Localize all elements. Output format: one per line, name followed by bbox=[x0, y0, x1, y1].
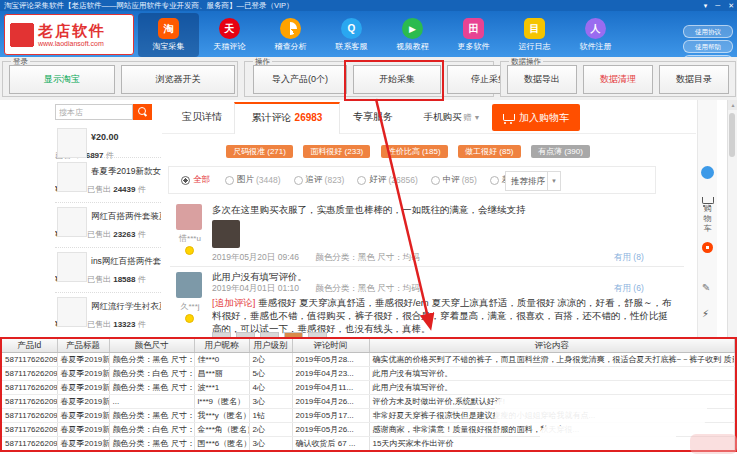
nav-item[interactable]: ▶ 视频教程 bbox=[382, 13, 443, 57]
tab-reviews[interactable]: 累计评论26983 bbox=[234, 102, 340, 134]
table-header-cell[interactable]: 产品Id bbox=[2, 339, 57, 353]
table-row[interactable]: 587117626209 春夏季2019新... 颜色分类：白色 尺寸：均码..… bbox=[2, 367, 735, 381]
table-row[interactable]: 587117626209 春夏季2019新... 颜色分类：黑色 尺寸：均码..… bbox=[2, 353, 735, 367]
minimize-icon[interactable]: ─ bbox=[715, 2, 720, 9]
product-list-item[interactable]: 网红百搭两件套装夏 ¥24.00 已售出 23263 件 bbox=[55, 203, 161, 248]
browser-toggle-button[interactable]: 浏览器开关 bbox=[121, 65, 235, 94]
nav-item[interactable]: 稽查分析 bbox=[260, 13, 321, 57]
product-list-item[interactable]: ins网红百搭两件套装 ¥10.00 已售出 18588 件 bbox=[55, 248, 161, 293]
product-price: ¥20.00 bbox=[91, 132, 119, 142]
product-list: ¥20.00 已售出 36897 件 春夏季2019新款女装 ¥27.00 已售… bbox=[55, 124, 161, 337]
table-header-cell[interactable]: 用户级别 bbox=[249, 339, 292, 353]
cell-user-nick: 昌***丽 bbox=[194, 367, 249, 381]
product-list-item[interactable]: ¥20.00 已售出 36897 件 bbox=[55, 124, 161, 158]
review-text: 多次在这里购买衣服了，实惠质量也棒棒的，一如既往的满意，会继续支持 bbox=[212, 203, 612, 216]
nav-item[interactable]: 天 天猫评论 bbox=[199, 13, 260, 57]
logo-name: 老店软件 bbox=[38, 22, 106, 39]
product-list-item[interactable]: 网红流行学生衬衣夏 ¥32.00 已售出 13323 件 bbox=[55, 293, 161, 337]
tab-phone-buy[interactable]: 手机购买赠▼ bbox=[414, 102, 490, 132]
avatar bbox=[176, 204, 202, 230]
nav-label: 视频教程 bbox=[397, 41, 429, 52]
cell-product-id: 587117626209 bbox=[2, 395, 57, 409]
review-filter-radio[interactable]: 图片 (3448) bbox=[225, 174, 281, 186]
review-tag[interactable]: 性价比高 (185) bbox=[381, 145, 448, 158]
tab-item-detail[interactable]: 宝贝详情 bbox=[172, 102, 232, 132]
review-tag[interactable]: 有点薄 (390) bbox=[531, 145, 590, 158]
cart-rail-label[interactable]: 购物车 bbox=[698, 204, 717, 234]
product-list-item[interactable]: 春夏季2019新款女装 ¥27.00 已售出 24439 件 bbox=[55, 158, 161, 203]
table-row[interactable]: 587117626209 春夏季2019新... 颜色分类：黑色 尺寸：均码..… bbox=[2, 381, 735, 395]
table-header-cell[interactable]: 用户昵称 bbox=[194, 339, 249, 353]
review-filter-radio[interactable]: 全部 bbox=[181, 174, 212, 186]
append-review-label: [追加评论] bbox=[212, 297, 255, 308]
product-title: ins网红百搭两件套装 bbox=[91, 256, 161, 266]
main-area: ¥20.00 已售出 36897 件 春夏季2019新款女装 ¥27.00 已售… bbox=[0, 100, 737, 337]
nav-item[interactable]: 淘 淘宝采集 bbox=[138, 13, 199, 57]
add-to-cart-button[interactable]: 加入购物车 bbox=[492, 104, 580, 131]
cell-user-nick: 金***角（匿名） bbox=[194, 423, 249, 437]
header-nav: 淘 淘宝采集 天 天猫评论 稽查分析 Q 联系客服 bbox=[138, 13, 626, 57]
data-export-button[interactable]: 数据导出 bbox=[507, 65, 577, 94]
settings-icon[interactable]: ▾ bbox=[704, 2, 708, 9]
cell-product-id: 587117626209 bbox=[2, 367, 57, 381]
radio-icon bbox=[294, 176, 303, 185]
review-panel: 宝贝详情 累计评论26983 专享服务 手机购买赠▼ 加入购物车 尺码很准 (2… bbox=[162, 100, 696, 337]
table-header-cell[interactable]: 评论时间 bbox=[292, 339, 369, 353]
title-bar: 淘宝评论采集软件【老店软件——网站应用软件专业开发商、服务商】—已登录（VIP）… bbox=[0, 0, 737, 11]
app-window: 淘宝评论采集软件【老店软件——网站应用软件专业开发商、服务商】—已登录（VIP）… bbox=[0, 0, 737, 456]
header-pill-button[interactable]: 使用帮助 bbox=[683, 40, 733, 53]
review-tag[interactable]: 尺码很准 (271) bbox=[226, 145, 293, 158]
shop-search bbox=[55, 104, 161, 120]
nav-item[interactable]: 人 软件注册 bbox=[565, 13, 626, 57]
header-pill-button[interactable]: 使用协议 bbox=[683, 25, 733, 38]
cell-review-time: 2019年04月26... bbox=[292, 395, 369, 409]
review-tag[interactable]: 面料很好 (233) bbox=[303, 145, 370, 158]
gift-badge: 赠 bbox=[464, 113, 472, 122]
nav-item[interactable]: 目 运行日志 bbox=[504, 13, 565, 57]
search-button[interactable] bbox=[133, 104, 152, 120]
nav-item[interactable]: 田 更多软件 bbox=[443, 13, 504, 57]
data-directory-button[interactable]: 数据目录 bbox=[659, 65, 729, 94]
helpful-link[interactable]: 有用 (8) bbox=[614, 252, 644, 264]
review-sku: 颜色分类：黑色 尺寸：均码 bbox=[315, 283, 419, 293]
cell-product-title: 春夏季2019新... bbox=[57, 409, 109, 423]
review-tag[interactable]: 做工很好 (85) bbox=[458, 145, 520, 158]
cell-product-id: 587117626209 bbox=[2, 409, 57, 423]
review-filter-radio[interactable]: 好评 (26856) bbox=[357, 174, 417, 186]
helpful-link[interactable]: 有用 (6) bbox=[614, 283, 644, 295]
review-sku: 颜色分类：黑色 尺寸：均码 bbox=[315, 252, 419, 262]
toolbar: 登录 显示淘宝 浏览器开关 操作 导入产品(0个) 开始采集 停止采集 数据操作… bbox=[0, 57, 737, 101]
cart-icon bbox=[503, 114, 515, 121]
cell-review-content: 此用户没有填写评价。 bbox=[369, 381, 735, 395]
table-header-cell[interactable]: 评论内容 bbox=[369, 339, 735, 353]
vertical-scrollbar[interactable]: ▲ bbox=[727, 100, 737, 337]
pencil-icon[interactable]: ✎ bbox=[702, 282, 710, 293]
dropdown-caret-icon[interactable]: ▼ bbox=[547, 172, 560, 190]
cell-product-id: 587117626209 bbox=[2, 437, 57, 451]
table-header-cell[interactable]: 产品标题 bbox=[57, 339, 109, 353]
start-collect-button[interactable]: 开始采集 bbox=[353, 65, 441, 94]
censor-blur bbox=[495, 398, 707, 425]
cell-color-size: 颜色分类：黑色 尺寸：均码... bbox=[109, 437, 194, 451]
show-taobao-button[interactable]: 显示淘宝 bbox=[9, 65, 115, 94]
scrollbar-thumb[interactable] bbox=[729, 113, 735, 157]
close-icon[interactable]: ✕ bbox=[728, 2, 734, 9]
flash-icon[interactable]: ⚡ bbox=[702, 308, 709, 319]
avatar bbox=[176, 272, 202, 298]
table-header-cell[interactable]: 颜色尺寸 bbox=[109, 339, 194, 353]
cart-badge-icon[interactable] bbox=[702, 242, 713, 253]
tab-exclusive-service[interactable]: 专享服务 bbox=[342, 102, 404, 132]
cell-color-size: 颜色分类：黑色 尺寸：均码... bbox=[109, 353, 194, 367]
shop-search-input[interactable] bbox=[55, 104, 133, 120]
import-products-button[interactable]: 导入产品(0个) bbox=[253, 65, 347, 94]
scroll-up-icon[interactable]: ▲ bbox=[728, 100, 737, 110]
review-photo-thumbnail[interactable] bbox=[212, 220, 240, 248]
sort-dropdown[interactable]: 推荐排序 ▼ bbox=[505, 171, 561, 191]
review-filter-radio[interactable]: 中评 (85) bbox=[431, 174, 477, 186]
review-filter-radio[interactable]: 追评 (823) bbox=[294, 174, 345, 186]
cell-review-time: 2019年05月28... bbox=[292, 353, 369, 367]
data-clean-button[interactable]: 数据清理 bbox=[583, 65, 653, 94]
cell-product-id: 587117626209 bbox=[2, 423, 57, 437]
nav-item[interactable]: Q 联系客服 bbox=[321, 13, 382, 57]
chat-icon[interactable] bbox=[701, 166, 714, 179]
